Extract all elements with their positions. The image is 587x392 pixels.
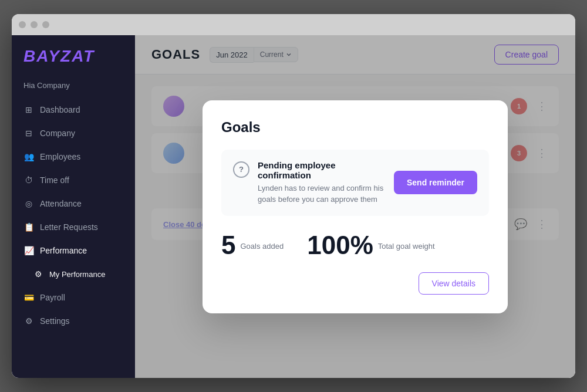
sidebar-item-letter-requests[interactable]: 📋 Letter Requests [12,215,135,239]
goals-modal: Goals ? Pending employee confirmation Ly… [203,100,508,313]
goal-weight-percent: 100% [307,232,373,258]
settings-icon: ⚙ [23,316,34,326]
sidebar-item-label: Payroll [40,293,65,302]
pending-title: Pending employee confirmation [258,160,386,180]
pending-card: ? Pending employee confirmation Lynden h… [221,150,489,216]
total-goal-weight-label: Total goal weight [378,242,435,251]
modal-footer: View details [221,272,489,295]
browser-titlebar [12,14,575,35]
question-icon: ? [233,161,249,178]
performance-icon: 📈 [23,245,34,256]
sidebar-item-label: Letter Requests [40,222,98,232]
attendance-icon: ◎ [23,198,34,209]
sidebar: BAYZAT Hia Company ⊞ Dashboard ⊟ Company… [12,35,135,378]
sidebar-item-dashboard[interactable]: ⊞ Dashboard [12,98,135,121]
sidebar-item-company[interactable]: ⊟ Company [12,121,135,145]
employees-icon: 👥 [23,151,34,162]
sidebar-item-label: Company [40,129,75,138]
browser-window: BAYZAT Hia Company ⊞ Dashboard ⊟ Company… [12,14,575,378]
app-logo: BAYZAT [12,35,135,75]
sidebar-item-label: Time off [40,175,69,185]
view-details-button[interactable]: View details [419,272,489,295]
browser-dot-yellow [31,21,38,28]
letter-icon: 📋 [23,222,34,232]
goals-count: 5 [221,232,235,258]
sidebar-item-timeoff[interactable]: ⏱ Time off [12,168,135,192]
main-content: GOALS Jun 2022 Current Create goal [135,35,575,378]
browser-dot-red [19,21,26,28]
sidebar-item-label: Dashboard [40,105,80,114]
timeoff-icon: ⏱ [23,175,34,185]
stats-row: 5 Goals added 100% Total goal weight [221,232,489,258]
company-name: Hia Company [12,75,135,93]
modal-overlay: Goals ? Pending employee confirmation Ly… [135,35,575,378]
sidebar-item-label: Employees [40,152,80,161]
sidebar-item-payroll[interactable]: 💳 Payroll [12,286,135,309]
sidebar-item-employees[interactable]: 👥 Employees [12,145,135,168]
payroll-icon: 💳 [23,292,34,303]
goals-added-label: Goals added [240,242,284,251]
company-icon: ⊟ [23,128,34,138]
sidebar-item-my-performance[interactable]: ⚙ My Performance [12,262,135,286]
sidebar-item-label: Attendance [40,199,82,208]
pending-desc: Lynden has to review and confirm his goa… [258,183,386,205]
pending-text: Pending employee confirmation Lynden has… [258,160,386,205]
modal-title: Goals [221,119,489,136]
sidebar-item-label: Settings [40,316,70,326]
sidebar-item-label: Performance [40,246,87,255]
app-container: BAYZAT Hia Company ⊞ Dashboard ⊟ Company… [12,35,575,378]
dashboard-icon: ⊞ [23,104,34,115]
sidebar-item-attendance[interactable]: ◎ Attendance [12,192,135,215]
sidebar-item-label: My Performance [49,270,105,279]
browser-dot-green [42,21,49,28]
send-reminder-button[interactable]: Send reminder [394,171,477,194]
sidebar-item-performance[interactable]: 📈 Performance [12,239,135,262]
sidebar-item-settings[interactable]: ⚙ Settings [12,309,135,333]
my-performance-icon: ⚙ [33,269,43,279]
sidebar-nav: ⊞ Dashboard ⊟ Company 👥 Employees ⏱ Time… [12,93,135,337]
